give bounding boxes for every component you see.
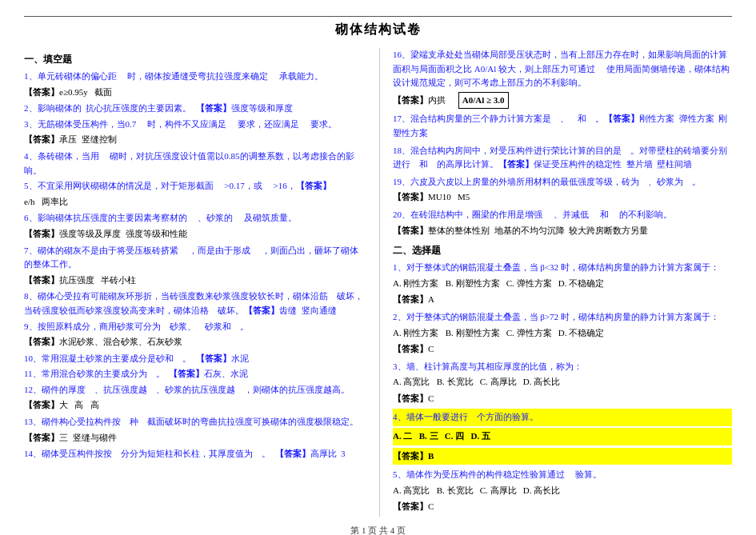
options-r10: A. 高宽比 B. 长宽比 C. 高厚比 D. 高长比 [393,484,732,498]
answer-12: 【答案】大 高 高 [24,398,363,413]
question-14: 14、砌体受压构件按按 分分为短矩柱和长柱，其厚度值为 。 【答案】高厚比 3 [24,447,363,461]
answer-r4: 【答案】MU10 M5 [393,190,732,205]
answer-9: 【答案】水泥砂浆、混合砂浆、石灰砂浆 [24,335,363,349]
answer-1: 【答案】e≥0.95y 截面 [24,86,363,100]
question-r2: 17、混合结构房量的三个静力计算方案是 、 和 。【答案】刚性方案 弹性方案 刚… [393,112,732,140]
options-r6: A. 刚性方案 B. 刚塑性方案 C. 弹性方案 D. 不稳确定 [393,277,732,291]
answer-r9: 【答案】B [393,448,732,465]
question-7: 7、砌体的砌灰不是由于将受压板砖挤紧 ，而是由于形成 ，则面凸出，砸坏了砌体的整… [24,244,363,272]
answer-3: 【答案】承压 竖缝控制 [24,133,363,147]
answer-r5: 【答案】整体的整体性别 地基的不均匀沉降 较大跨房断数方另量 [393,224,732,238]
question-5: 5、不宜采用网状砌砌体的情况是，对于矩形截面 >0.17，或 >16，【答案】 [24,179,363,194]
answer-r10: 【答案】C [393,500,732,514]
section1-title: 一、填空题 [24,53,363,66]
question-r8: 3、墙、柱计算高度与其相应厚度的比值，称为： [393,360,732,374]
question-3: 3、无筋砌体受压构件，当0.7 时，构件不又应满足 要求，还应满足 要求。 [24,118,363,132]
top-divider [24,16,732,17]
question-10: 10、常用混凝土砂浆的主要成分是砂和 。 【答案】水泥 [24,352,363,366]
question-11: 11、常用混合砂浆的主要成分为 。 【答案】石灰、水泥 [24,367,363,381]
section2-title: 二、选择题 [393,244,732,258]
question-r10: 5、墙体作为受压构件的构件稳定性验算通过 验算。 [393,468,732,482]
options-r8: A. 高宽比 B. 长宽比 C. 高厚比 D. 高长比 [393,375,732,389]
question-r5: 20、在砖混结构中，圈梁的作用是增强 、并减低 和 的不利影响。 [393,208,732,222]
question-9: 9、按照原料成分，商用砂浆可分为 砂浆、 砂浆和 。 [24,320,363,334]
question-8: 8、砌体心受拉有可能砌灰环形折，当砖强度数来砂浆强度较软长时，砌体沿筋 破坏，当… [24,289,363,317]
question-4: 4、条砖砌体，当用 砌时，对抗压强度设计值需以0.85的调整系数，以考虑接合的影… [24,150,363,178]
options-r7: A. 刚性方案 B. 刚塑性方案 C. 弹性方案 D. 不稳确定 [393,326,732,341]
answer-13: 【答案】三 竖缝与砌件 [24,431,363,445]
answer-r8: 【答案】C [393,392,732,406]
answer-6: 【答案】强度等级及厚度 强度等级和性能 [24,227,363,242]
question-r9: 4、墙体一般要进行 个方面的验算。 [393,409,732,426]
content-wrapper: 一、填空题 1、单元砖砌体的偏心距 时，砌体按通缝受弯抗拉强度来确定 承载能力。… [24,48,732,517]
question-13: 13、砌件构心受拉构件按 种 截面破坏时的弯曲抗拉强度可换砌体的强度极限稳定。 [24,415,363,429]
question-r4: 19、六皮及六皮以上房量的外墙所用材料的最低强度等级，砖为 、砂浆为 。 [393,175,732,190]
question-6: 6、影响砌体抗压强度的主要因素考察材的 、砂浆的 及砌筑质量。 [24,211,363,226]
question-r6: 1、对于整体式的钢筋混凝土叠盖，当 β<32 时，砌体结构房量的静力计算方案属于… [393,261,732,275]
answer-r1: 【答案】内拱 A0/Al ≥ 3.0 [393,92,732,110]
right-column: 16、梁端支承处处当砌体局部受压状态时，当有上部压力存在时，如果影响局面的计算面… [379,48,732,517]
question-1: 1、单元砖砌体的偏心距 时，砌体按通缝受弯抗拉强度来确定 承载能力。 [24,70,363,84]
question-r7: 2、对于整体式的钢筋混凝土叠盖，当 β>72 时，砌体结构房量的静力计算方案属于… [393,310,732,325]
left-column: 一、填空题 1、单元砖砌体的偏心距 时，砌体按通缝受弯抗拉强度来确定 承载能力。… [24,48,363,517]
answer-7: 【答案】抗压强度 半砖小柱 [24,273,363,288]
question-r3: 18、混合结构内房间中，对受压构件进行荣比计算的目的是 。对带壁柱的砖墙要分别进… [393,144,732,172]
page-title: 砌体结构试卷 [24,22,732,38]
answer-r7: 【答案】C [393,342,732,357]
question-2: 2、影响砌体的 抗心抗压强度的主要因素。 【答案】强度等级和厚度 [24,102,363,116]
options-r9: A. 二 B. 三 C. 四 D. 五 [393,428,732,445]
question-12: 12、砌件的厚度 、抗压强度越 、砂浆的抗压强度越 ，则砌体的抗压强度越高。 [24,383,363,397]
answer-5: e/h 两率比 [24,195,363,210]
formula-box: A0/Al ≥ 3.0 [458,92,509,110]
page-container: 砌体结构试卷 一、填空题 1、单元砖砌体的偏心距 时，砌体按通缝受弯抗拉强度来确… [0,0,756,535]
answer-r6: 【答案】A [393,293,732,307]
page-footer: 第 1 页 共 4 页 [24,525,732,535]
question-r1: 16、梁端支承处处当砌体局部受压状态时，当有上部压力存在时，如果影响局面的计算面… [393,48,732,90]
